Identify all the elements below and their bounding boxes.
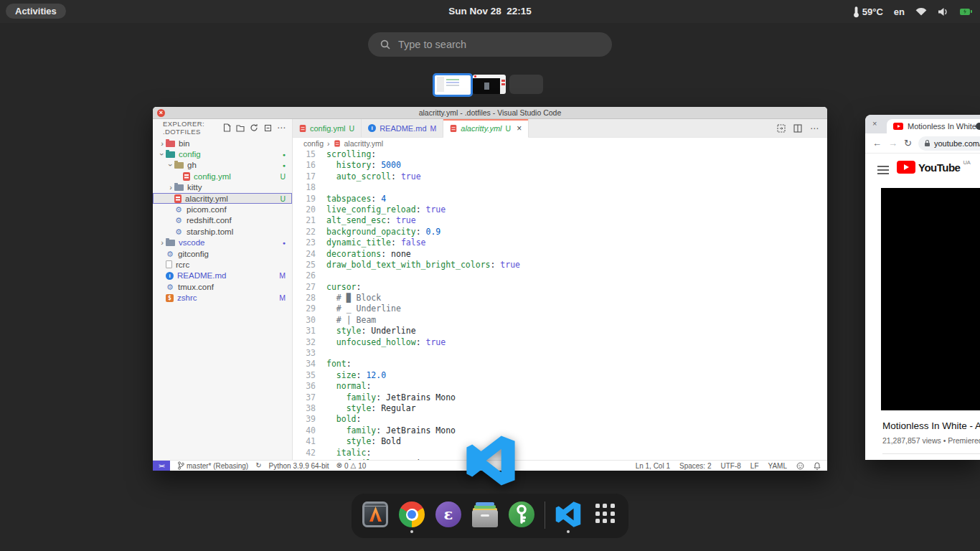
back-icon[interactable]: ← xyxy=(872,138,882,149)
url-text: youtube.com/wa xyxy=(934,139,980,148)
tree-item-rcrc[interactable]: ›rcrc xyxy=(153,259,292,270)
code-line: 22background_opacity: 0.9 xyxy=(293,227,827,237)
problems-status[interactable]: ⊗ 0 △ 10 xyxy=(336,462,367,470)
code-line: 15scrolling: xyxy=(293,149,827,160)
thumbnail-vscode-window[interactable] xyxy=(433,73,473,97)
chrome-active-tab[interactable]: Motionless In White - xyxy=(887,119,980,133)
yaml-file-icon xyxy=(300,124,306,131)
tree-item-gitconfig[interactable]: ›gitconfig xyxy=(153,248,292,259)
reload-icon[interactable]: ↻ xyxy=(904,138,912,149)
tree-item-starship.toml[interactable]: ›starship.toml xyxy=(153,226,292,237)
code-text: bold: xyxy=(326,414,361,425)
code-text: family: JetBrains Mono xyxy=(326,425,456,436)
yaml-icon xyxy=(174,194,182,203)
chrome-tabstrip: × Motionless In White - xyxy=(865,115,980,133)
tab-close-icon[interactable]: × xyxy=(872,119,877,128)
window-close-icon[interactable]: × xyxy=(157,109,165,117)
code-line: 16 history: 5000 xyxy=(293,160,827,171)
explorer-header: EXPLORER: .DOTFILES ⋯ xyxy=(153,119,292,136)
new-folder-icon[interactable] xyxy=(236,124,245,132)
dock-item-keys[interactable] xyxy=(508,501,535,533)
dock-item-vscode[interactable] xyxy=(555,501,582,533)
thumbnail-empty-slot[interactable] xyxy=(509,75,543,94)
dock-item-app-grid[interactable] xyxy=(591,501,618,531)
thumbnail-youtube-window[interactable] xyxy=(473,75,506,94)
line-number: 34 xyxy=(293,359,316,369)
tab-label: config.yml xyxy=(310,124,346,133)
tree-item-config.yml[interactable]: ›config.ymlU xyxy=(153,171,292,182)
padlock-icon[interactable] xyxy=(925,143,930,146)
youtube-logo[interactable]: YouTube UA xyxy=(897,161,971,174)
tree-item-picom.conf[interactable]: ›picom.conf xyxy=(153,204,292,215)
remote-indicator-icon[interactable] xyxy=(153,461,170,471)
tree-item-config[interactable]: ›config● xyxy=(153,149,292,159)
cursor-position[interactable]: Ln 1, Col 1 xyxy=(636,462,670,470)
line-number: 35 xyxy=(293,370,316,381)
dock-item-files[interactable] xyxy=(471,501,499,533)
tree-item-zshrc[interactable]: ›zshrcM xyxy=(153,292,292,303)
code-text: unfocused_hollow: true xyxy=(326,337,446,348)
line-number: 38 xyxy=(293,403,316,414)
warnings-count: 10 xyxy=(358,462,366,470)
code-text: style: Regular xyxy=(326,403,416,414)
python-interpreter[interactable]: Python 3.9.9 64-bit xyxy=(269,462,329,470)
tab-audio-icon[interactable] xyxy=(976,123,980,130)
tree-item-gh[interactable]: ›gh● xyxy=(153,160,292,171)
chrome-window[interactable]: × Motionless In White - ← → ↻ youtube.co… xyxy=(865,115,980,460)
tab-close-icon[interactable]: × xyxy=(517,124,522,133)
bell-icon[interactable] xyxy=(814,462,821,470)
tree-item-alacritty.yml[interactable]: ›alacritty.ymlU xyxy=(153,193,292,204)
keyboard-layout-indicator[interactable]: en xyxy=(894,6,905,17)
feedback-icon[interactable] xyxy=(796,462,804,470)
vscode-window[interactable]: × alacritty.yml - .dotfiles - Visual Stu… xyxy=(153,107,827,471)
clock[interactable]: Sun Nov 28 22:15 xyxy=(0,0,980,23)
youtube-play-icon xyxy=(897,161,915,174)
tree-item-README.md[interactable]: ›README.mdM xyxy=(153,270,292,281)
dock-item-chrome[interactable] xyxy=(398,501,425,533)
forward-icon[interactable]: → xyxy=(888,138,897,149)
tree-item-redshift.conf[interactable]: ›redshift.conf xyxy=(153,215,292,226)
code-line: 28 # ▉ Block xyxy=(293,293,827,303)
encoding[interactable]: UTF-8 xyxy=(720,462,740,470)
system-tray[interactable]: 59°C en xyxy=(853,0,970,23)
video-player[interactable] xyxy=(881,188,980,410)
indentation[interactable]: Spaces: 2 xyxy=(679,462,711,470)
split-editor-icon[interactable] xyxy=(793,124,802,133)
tree-item-bin[interactable]: ›bin xyxy=(153,138,292,149)
line-number: 20 xyxy=(293,204,316,215)
tab-readme-md[interactable]: README.md M xyxy=(362,119,443,137)
code-line: 20live_config_reload: true xyxy=(293,204,827,215)
tree-item-kitty[interactable]: ›kitty xyxy=(153,182,292,193)
open-changes-icon[interactable] xyxy=(777,124,786,133)
language-mode[interactable]: YAML xyxy=(768,462,788,470)
dock-item-alacritty[interactable] xyxy=(362,501,389,533)
code-area[interactable]: 15scrolling:16 history: 500017 auto_scro… xyxy=(293,149,827,460)
code-text: font: xyxy=(326,359,352,369)
eol-sequence[interactable]: LF xyxy=(750,462,759,470)
code-line: 32 unfocused_hollow: true xyxy=(293,337,827,348)
menu-icon[interactable] xyxy=(877,166,889,167)
git-branch-status[interactable]: master* (Rebasing) xyxy=(177,461,248,470)
vscode-titlebar[interactable]: × alacritty.yml - .dotfiles - Visual Stu… xyxy=(153,107,827,119)
search-input[interactable]: Type to search xyxy=(368,32,612,57)
collapse-folders-icon[interactable] xyxy=(263,123,272,132)
refresh-icon[interactable] xyxy=(250,123,258,132)
editor-more-icon[interactable]: ⋯ xyxy=(810,123,819,133)
explorer-more-icon[interactable]: ⋯ xyxy=(277,123,286,133)
tab-alacritty-yml[interactable]: alacritty.yml U × xyxy=(443,119,529,138)
breadcrumb-folder[interactable]: config xyxy=(303,139,324,148)
vscode-launch-icon xyxy=(466,435,516,486)
tree-item-vscode[interactable]: ›vscode● xyxy=(153,237,292,248)
vscode-icon xyxy=(555,501,581,527)
tab-config-yml[interactable]: config.yml U xyxy=(293,119,362,137)
new-file-icon[interactable] xyxy=(223,123,231,132)
sync-icon[interactable]: ↻ xyxy=(255,462,261,469)
breadcrumb[interactable]: config › alacritty.yml xyxy=(293,138,827,149)
breadcrumb-file[interactable]: alacritty.yml xyxy=(344,139,384,148)
git-badge: M xyxy=(279,293,286,302)
code-text: # ▉ Block xyxy=(326,293,381,303)
address-bar[interactable]: youtube.com/wa xyxy=(918,136,980,151)
dock-item-emacs[interactable] xyxy=(435,501,462,533)
tree-item-tmux.conf[interactable]: ›tmux.conf xyxy=(153,281,292,292)
code-text: decorations: none xyxy=(326,249,411,260)
